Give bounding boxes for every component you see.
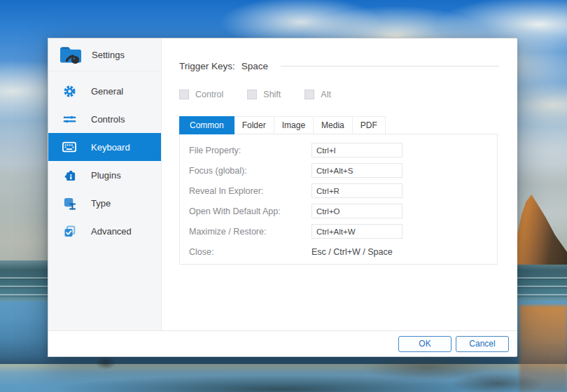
cancel-button[interactable]: Cancel — [456, 336, 509, 352]
tab-media[interactable]: Media — [314, 116, 353, 134]
checkbox-label: Shift — [263, 90, 281, 99]
tab-folder[interactable]: Folder — [234, 116, 274, 134]
shortcut-input-reveal-in-explorer[interactable] — [312, 183, 402, 198]
divider-line — [281, 66, 499, 66]
sidebar-item-controls[interactable]: Controls — [48, 105, 161, 133]
sidebar-nav: General Controls — [48, 71, 161, 245]
checkbox-label: Alt — [321, 90, 331, 99]
settings-window: Settings General — [48, 38, 517, 357]
sidebar-item-keyboard[interactable]: Keyboard — [48, 133, 161, 161]
shortcut-input-maximize-restore[interactable] — [312, 224, 402, 239]
shortcut-row-close: Close: Esc / Ctrl+W / Space — [189, 241, 497, 262]
sidebar-item-label: Plugins — [91, 170, 121, 181]
trigger-keys-label: Trigger Keys: — [179, 61, 235, 71]
tab-image[interactable]: Image — [274, 116, 314, 134]
shortcut-label: Maximize / Restore: — [189, 227, 312, 237]
checked-box-icon — [62, 224, 76, 238]
checkbox-alt[interactable]: Alt — [304, 90, 331, 99]
shortcut-row-reveal-in-explorer: Reveal In Explorer: — [189, 181, 497, 201]
sidebar: Settings General — [48, 38, 162, 332]
ok-button[interactable]: OK — [398, 336, 451, 352]
sidebar-item-type[interactable]: Type — [48, 189, 161, 217]
sidebar-item-label: General — [91, 86, 123, 97]
shortcut-panel: File Property: Focus (global): Reveal In… — [179, 134, 498, 265]
checkbox-control[interactable]: Control — [179, 90, 223, 99]
puzzle-icon — [62, 168, 76, 182]
checkbox-label: Control — [195, 90, 223, 99]
shortcut-row-maximize-restore: Maximize / Restore: — [189, 221, 497, 241]
sidebar-item-label: Advanced — [91, 226, 132, 237]
tab-strip: Common Folder Image Media PDF — [179, 116, 499, 134]
sidebar-item-advanced[interactable]: Advanced — [48, 217, 161, 245]
settings-content: Trigger Keys: Space Control Shift Alt — [162, 38, 517, 332]
dialog-footer: OK Cancel — [48, 330, 517, 356]
shortcut-row-open-with-default-app: Open With Default App: — [189, 201, 497, 221]
sidebar-item-label: Type — [91, 198, 111, 209]
shortcut-label: File Property: — [189, 146, 312, 155]
checkbox-box — [247, 90, 257, 99]
shortcut-input-open-with-default-app[interactable] — [312, 204, 402, 218]
shortcut-row-focus-global: Focus (global): — [189, 160, 497, 181]
gear-icon — [62, 84, 76, 98]
sidebar-item-label: Keyboard — [91, 142, 130, 153]
checkbox-box — [179, 90, 189, 99]
sidebar-item-general[interactable]: General — [48, 77, 161, 105]
shortcut-value-close: Esc / Ctrl+W / Space — [312, 247, 393, 257]
app-title: Settings — [92, 50, 125, 60]
shortcut-row-file-property: File Property: — [189, 140, 497, 160]
type-cursor-icon — [62, 196, 76, 210]
keyboard-icon — [62, 140, 76, 154]
trigger-keys-value: Space — [241, 61, 268, 71]
modifier-checkboxes: Control Shift Alt — [179, 90, 499, 99]
shortcut-label: Reveal In Explorer: — [189, 186, 312, 196]
shortcut-label: Open With Default App: — [189, 206, 312, 216]
shortcut-input-file-property[interactable] — [312, 143, 402, 158]
sidebar-header: Settings — [48, 38, 161, 71]
checkbox-shift[interactable]: Shift — [247, 90, 281, 99]
tab-pdf[interactable]: PDF — [353, 116, 386, 134]
checkbox-box — [304, 90, 314, 99]
shortcut-label: Close: — [189, 247, 312, 257]
shortcut-label: Focus (global): — [189, 166, 312, 176]
sidebar-item-label: Controls — [91, 114, 125, 125]
sliders-icon — [62, 112, 76, 126]
sidebar-item-plugins[interactable]: Plugins — [48, 161, 161, 189]
shortcut-input-focus-global[interactable] — [312, 163, 402, 178]
tab-common[interactable]: Common — [179, 116, 234, 134]
desktop: Settings General — [0, 0, 567, 392]
trigger-keys-row: Trigger Keys: Space — [179, 61, 499, 71]
app-logo-icon — [59, 44, 83, 65]
